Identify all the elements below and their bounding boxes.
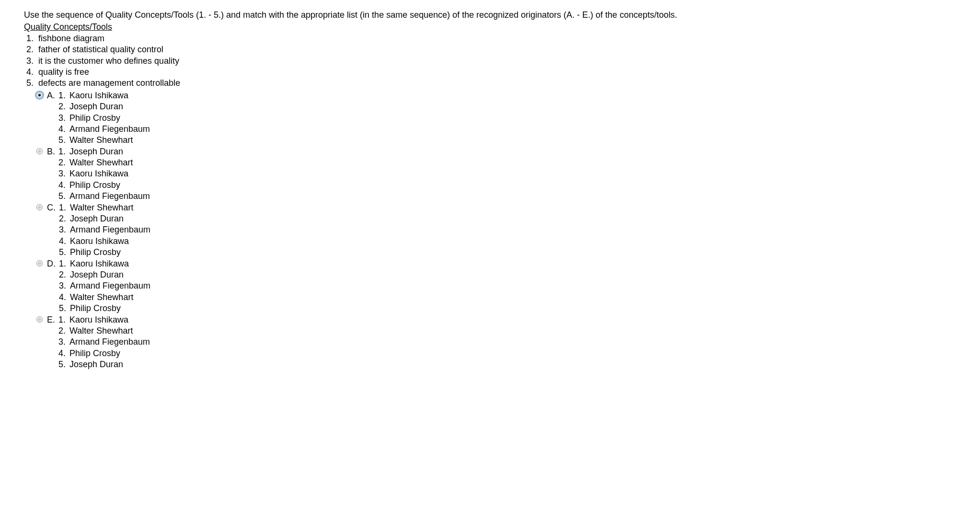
option-items: 1.Joseph Duran2.Walter Shewhart3.Kaoru I… [56,146,150,202]
concepts-list: 1.fishbone diagram2.father of statistica… [24,33,956,89]
option-item-row: 4.Philip Crosby [56,348,150,359]
radio-wrap [34,202,45,210]
option-items: 1.Walter Shewhart2.Joseph Duran3.Armand … [57,202,150,258]
option-item-text: Joseph Duran [67,146,123,157]
concept-text: it is the customer who defines quality [36,56,179,67]
option-item-number: 1. [57,202,67,213]
option-item-number: 2. [56,101,67,112]
option-item-text: Kaoru Ishikawa [67,236,129,247]
option-item-text: Walter Shewhart [67,157,133,168]
option-item-text: Armand Fiegenbaum [67,124,150,135]
option-item-row: 5.Philip Crosby [57,303,150,314]
option-item-text: Walter Shewhart [67,292,133,303]
option-item-number: 2. [57,269,67,280]
option-letter: B. [45,146,56,202]
option-item-text: Walter Shewhart [67,135,133,146]
concept-number: 4. [24,67,36,78]
radio-wrap [34,314,45,323]
option-item-text: Philip Crosby [67,247,121,258]
question-container: Use the sequence of Quality Concepts/Too… [24,10,956,371]
option-item-row: 1.Kaoru Ishikawa [57,258,150,269]
concept-text: defects are management controllable [36,78,180,89]
concept-text: fishbone diagram [36,33,104,44]
option-item-row: 1.Kaoru Ishikawa [56,90,150,101]
radio-icon[interactable] [36,204,43,210]
option-body: D.1.Kaoru Ishikawa2.Joseph Duran3.Armand… [45,258,150,314]
option-item-row: 3.Armand Fiegenbaum [57,224,150,235]
concept-row: 2.father of statistical quality control [24,44,956,55]
radio-wrap [34,90,45,98]
option-items: 1.Kaoru Ishikawa2.Joseph Duran3.Philip C… [56,90,150,146]
concept-number: 2. [24,44,36,55]
option-item-text: Philip Crosby [67,303,121,314]
option-body: C.1.Walter Shewhart2.Joseph Duran3.Arman… [45,202,150,258]
option-item-row: 4.Armand Fiegenbaum [56,124,150,135]
answer-option[interactable]: C.1.Walter Shewhart2.Joseph Duran3.Arman… [34,202,956,258]
answer-option[interactable]: E.1.Kaoru Ishikawa2.Walter Shewhart3.Arm… [34,314,956,371]
option-item-number: 3. [56,113,67,124]
option-item-number: 4. [57,292,67,303]
option-item-text: Kaoru Ishikawa [67,314,128,325]
option-item-number: 3. [57,280,67,291]
option-letter: A. [45,90,56,146]
option-item-text: Kaoru Ishikawa [67,90,128,101]
radio-icon[interactable] [36,92,43,98]
option-item-row: 1.Joseph Duran [56,146,150,157]
answer-option[interactable]: D.1.Kaoru Ishikawa2.Joseph Duran3.Armand… [34,258,956,314]
option-item-text: Armand Fiegenbaum [67,224,150,235]
option-item-row: 3.Armand Fiegenbaum [56,336,150,348]
option-letter: E. [45,314,56,371]
option-item-row: 5.Philip Crosby [57,247,150,258]
answer-option[interactable]: B.1.Joseph Duran2.Walter Shewhart3.Kaoru… [34,146,956,202]
option-item-number: 5. [56,191,67,202]
option-item-text: Armand Fiegenbaum [67,280,150,291]
option-body: E.1.Kaoru Ishikawa2.Walter Shewhart3.Arm… [45,314,150,371]
option-item-number: 5. [57,247,67,258]
answer-option[interactable]: A.1.Kaoru Ishikawa2.Joseph Duran3.Philip… [34,90,956,146]
option-item-number: 5. [56,135,67,146]
option-letter: C. [45,202,57,258]
concept-row: 1.fishbone diagram [24,33,956,44]
concept-text: father of statistical quality control [36,44,163,55]
option-item-number: 2. [57,213,67,224]
option-item-number: 5. [57,303,67,314]
option-item-number: 1. [56,146,67,157]
option-item-row: 2.Walter Shewhart [56,325,150,336]
option-item-number: 2. [56,325,67,336]
option-item-number: 4. [56,180,67,191]
radio-wrap [34,146,45,154]
radio-icon[interactable] [36,260,43,267]
option-item-number: 3. [57,224,67,235]
radio-icon[interactable] [36,148,43,154]
option-items: 1.Kaoru Ishikawa2.Walter Shewhart3.Arman… [56,314,150,371]
option-item-row: 4.Philip Crosby [56,180,150,191]
option-item-text: Walter Shewhart [67,202,133,213]
option-item-row: 2.Joseph Duran [57,269,150,280]
option-item-number: 4. [56,348,67,359]
option-item-row: 5.Walter Shewhart [56,135,150,146]
answer-options: A.1.Kaoru Ishikawa2.Joseph Duran3.Philip… [34,90,956,371]
option-item-row: 2.Joseph Duran [56,101,150,112]
option-item-row: 3.Armand Fiegenbaum [57,280,150,291]
option-item-row: 5.Armand Fiegenbaum [56,191,150,202]
concept-number: 5. [24,78,36,89]
option-item-number: 1. [56,314,67,325]
radio-icon[interactable] [36,316,43,323]
option-item-text: Joseph Duran [67,101,123,112]
option-item-row: 5.Joseph Duran [56,359,150,370]
option-item-row: 2.Joseph Duran [57,213,150,224]
option-item-text: Joseph Duran [67,359,123,370]
option-item-row: 3.Kaoru Ishikawa [56,168,150,179]
option-letter: D. [45,258,57,314]
option-body: B.1.Joseph Duran2.Walter Shewhart3.Kaoru… [45,146,150,202]
concept-number: 3. [24,56,36,67]
option-items: 1.Kaoru Ishikawa2.Joseph Duran3.Armand F… [57,258,150,314]
concept-row: 3.it is the customer who defines quality [24,56,956,67]
option-item-number: 1. [56,90,67,101]
option-item-number: 3. [56,168,67,179]
option-item-text: Joseph Duran [67,213,124,224]
concept-number: 1. [24,33,36,44]
option-item-number: 3. [56,336,67,348]
concepts-heading: Quality Concepts/Tools [24,22,956,33]
option-item-text: Armand Fiegenbaum [67,336,150,348]
